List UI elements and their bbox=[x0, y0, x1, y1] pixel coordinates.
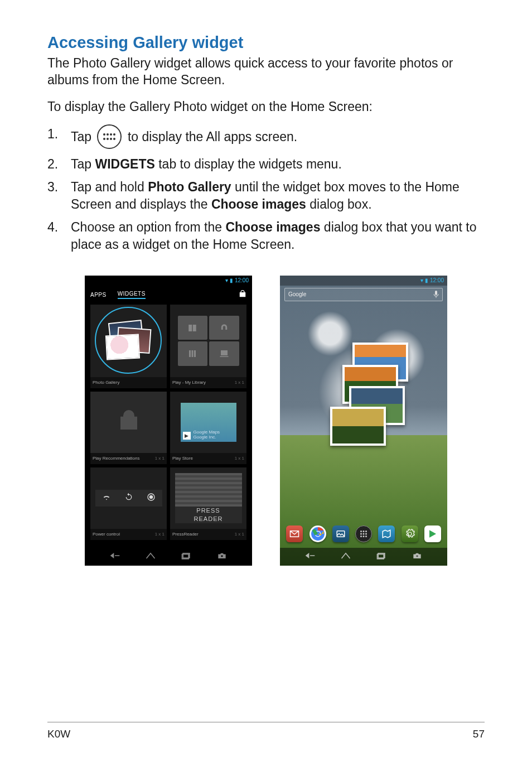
system-nav-bar bbox=[85, 548, 252, 566]
widget-label: Play Recommendations bbox=[93, 456, 139, 461]
svg-point-8 bbox=[149, 495, 153, 499]
play-bag-icon bbox=[118, 410, 140, 435]
home-icon[interactable] bbox=[340, 552, 351, 562]
footer-model: K0W bbox=[47, 728, 70, 740]
gps-toggle-icon bbox=[147, 493, 156, 503]
svg-point-4 bbox=[103, 138, 105, 140]
svg-point-1 bbox=[107, 133, 109, 136]
status-bar: ▾ ▮ 12:00 bbox=[280, 276, 447, 286]
widget-label: Play Store bbox=[172, 456, 193, 461]
widget-power-control[interactable]: Power control1 x 1 bbox=[90, 467, 167, 540]
search-placeholder: Google bbox=[288, 291, 306, 297]
home-icon[interactable] bbox=[145, 552, 156, 562]
step-2: Tap WIDGETS tab to display the widgets m… bbox=[47, 156, 485, 173]
recents-icon[interactable] bbox=[376, 552, 387, 562]
gallery-widget-instance[interactable] bbox=[330, 343, 403, 443]
step-3-bold-2: Choose images bbox=[211, 197, 306, 211]
back-icon[interactable] bbox=[304, 552, 316, 562]
press-brand-2: READER bbox=[175, 515, 242, 523]
svg-point-2 bbox=[110, 133, 112, 136]
step-3-text-e: dialog box. bbox=[306, 197, 372, 211]
widget-size: 1 x 1 bbox=[155, 532, 165, 537]
gallery-icon[interactable] bbox=[332, 525, 349, 542]
settings-icon[interactable] bbox=[402, 525, 418, 542]
widget-size: 1 x 1 bbox=[155, 456, 165, 461]
all-apps-icon[interactable] bbox=[355, 525, 372, 542]
svg-point-23 bbox=[365, 533, 367, 534]
step-2-text-a: Tap bbox=[71, 157, 95, 171]
status-time: 12:00 bbox=[430, 277, 444, 283]
step-3-bold-1: Photo Gallery bbox=[148, 180, 231, 194]
tab-widgets[interactable]: WIDGETS bbox=[118, 291, 146, 299]
svg-point-6 bbox=[110, 138, 112, 140]
press-brand-1: PRESS bbox=[175, 507, 242, 515]
battery-icon: ▮ bbox=[230, 277, 233, 283]
step-2-bold: WIDGETS bbox=[95, 157, 154, 171]
wifi-icon: ▾ bbox=[420, 277, 423, 283]
svg-point-21 bbox=[360, 533, 362, 534]
svg-point-26 bbox=[365, 536, 367, 537]
svg-point-18 bbox=[360, 531, 362, 532]
widget-play-recommendations[interactable]: Play Recommendations1 x 1 bbox=[90, 392, 167, 464]
footer-page-number: 57 bbox=[473, 728, 485, 740]
step-4-bold: Choose images bbox=[225, 220, 320, 234]
widget-label: Photo Gallery bbox=[93, 380, 119, 385]
tab-apps[interactable]: APPS bbox=[90, 292, 107, 298]
mic-icon[interactable] bbox=[433, 290, 439, 299]
press-reader-icon: PRESS READER bbox=[175, 473, 242, 523]
drawer-tabs: APPS WIDGETS bbox=[85, 288, 252, 302]
battery-icon: ▮ bbox=[425, 277, 428, 283]
maps-icon[interactable] bbox=[378, 525, 395, 542]
svg-rect-13 bbox=[435, 291, 437, 295]
play-store-icon[interactable] bbox=[424, 525, 441, 542]
wifi-toggle-icon bbox=[102, 493, 111, 503]
store-inner-sub: Google Inc. bbox=[194, 435, 220, 440]
widget-label: Play - My Library bbox=[172, 380, 206, 385]
screenshots-row: ▾ ▮ 12:00 APPS WIDGETS bbox=[47, 276, 485, 566]
widget-play-library[interactable]: Play - My Library1 x 1 bbox=[170, 305, 246, 388]
step-1-text-a: Tap bbox=[71, 129, 95, 144]
svg-point-0 bbox=[103, 133, 105, 136]
system-nav-bar bbox=[280, 548, 447, 566]
gmail-icon[interactable] bbox=[286, 525, 303, 542]
shop-icon[interactable] bbox=[239, 290, 246, 300]
google-search-bar[interactable]: Google bbox=[284, 288, 443, 301]
library-tiles-icon bbox=[178, 316, 239, 366]
back-icon[interactable] bbox=[109, 552, 120, 562]
svg-point-3 bbox=[113, 133, 115, 136]
svg-point-5 bbox=[107, 138, 109, 140]
photo-stack-icon bbox=[104, 321, 154, 360]
step-4-text-a: Choose an option from the bbox=[71, 220, 225, 234]
svg-point-25 bbox=[363, 536, 365, 537]
status-bar: ▾ ▮ 12:00 bbox=[85, 276, 252, 286]
svg-point-12 bbox=[221, 555, 223, 557]
section-heading: Accessing Gallery widget bbox=[47, 33, 485, 52]
svg-point-29 bbox=[416, 555, 418, 557]
step-3-text-a: Tap and hold bbox=[71, 180, 148, 194]
footer-rule bbox=[47, 722, 485, 722]
chrome-icon[interactable] bbox=[309, 525, 326, 542]
widget-size: 1 x 1 bbox=[235, 532, 244, 537]
widget-size: 1 x 1 bbox=[235, 456, 244, 461]
wifi-icon: ▾ bbox=[225, 277, 228, 283]
svg-point-7 bbox=[113, 138, 115, 140]
screenshot-widgets-drawer: ▾ ▮ 12:00 APPS WIDGETS bbox=[85, 276, 252, 566]
widget-label: PressReader bbox=[172, 532, 199, 537]
step-4: Choose an option from the Choose images … bbox=[47, 219, 485, 253]
photo-thumb bbox=[330, 407, 386, 446]
widget-size: 1 x 1 bbox=[235, 380, 244, 385]
sync-toggle-icon bbox=[124, 493, 133, 503]
svg-point-24 bbox=[360, 536, 362, 537]
screenshot-icon[interactable] bbox=[412, 552, 423, 562]
widget-play-store[interactable]: ▶ Google Maps Google Inc. Play Store1 x … bbox=[170, 392, 246, 464]
status-time: 12:00 bbox=[235, 277, 249, 283]
power-control-icon bbox=[95, 490, 162, 507]
recents-icon[interactable] bbox=[181, 552, 192, 562]
widget-press-reader[interactable]: PRESS READER PressReader1 x 1 bbox=[170, 467, 246, 540]
screenshot-icon[interactable] bbox=[216, 552, 228, 562]
widget-photo-gallery[interactable]: Photo Gallery bbox=[90, 305, 167, 388]
svg-point-22 bbox=[363, 533, 365, 534]
screenshot-home-screen: ▾ ▮ 12:00 Google bbox=[280, 276, 447, 566]
step-3: Tap and hold Photo Gallery until the wid… bbox=[47, 179, 485, 213]
lead-paragraph: To display the Gallery Photo widget on t… bbox=[47, 99, 485, 115]
